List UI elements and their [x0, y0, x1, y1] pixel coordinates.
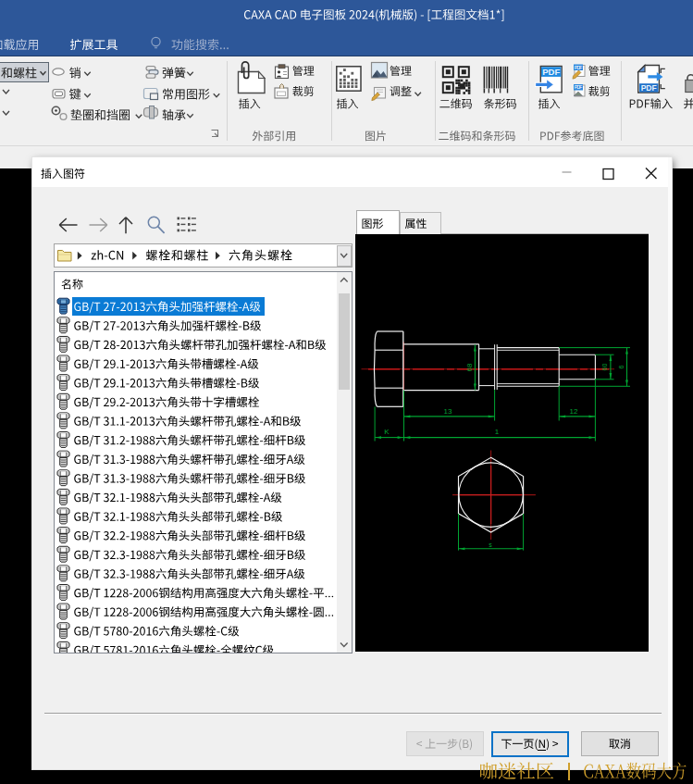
svg-text:K: K: [384, 428, 390, 436]
svg-text:PDF: PDF: [542, 67, 560, 77]
svg-text:PDF: PDF: [641, 83, 657, 93]
svg-text:12: 12: [570, 407, 578, 416]
svg-text:1: 1: [495, 428, 500, 436]
svg-text:PDF: PDF: [575, 65, 583, 70]
svg-text:6: 6: [618, 365, 625, 368]
svg-text:13: 13: [444, 407, 452, 416]
svg-text:s: s: [489, 541, 492, 548]
svg-text:60: 60: [601, 364, 608, 371]
svg-text:68: 68: [465, 363, 474, 371]
svg-text:PDF: PDF: [575, 84, 583, 90]
